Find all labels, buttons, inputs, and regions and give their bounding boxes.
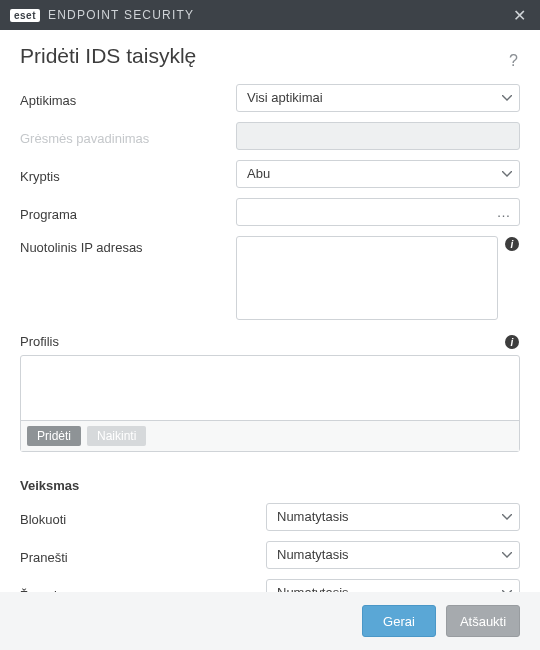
page-title: Pridėti IDS taisyklę <box>20 44 507 68</box>
footer: Gerai Atšaukti <box>0 592 540 650</box>
row-detection: Aptikimas Visi aptikimai <box>20 84 520 112</box>
titlebar: eset ENDPOINT SECURITY ✕ <box>0 0 540 30</box>
ok-button[interactable]: Gerai <box>362 605 436 637</box>
block-select[interactable]: Numatytasis <box>266 503 520 531</box>
dialog-content: Pridėti IDS taisyklę ? Aptikimas Visi ap… <box>0 30 540 633</box>
help-icon[interactable]: ? <box>507 52 520 70</box>
detection-select[interactable]: Visi aptikimai <box>236 84 520 112</box>
direction-select[interactable]: Abu <box>236 160 520 188</box>
row-block: Blokuoti Numatytasis <box>20 503 520 531</box>
row-direction: Kryptis Abu <box>20 160 520 188</box>
section-action: Veiksmas <box>20 478 520 493</box>
close-icon[interactable]: ✕ <box>509 6 531 25</box>
label-direction: Kryptis <box>20 165 236 184</box>
row-threat-name: Grėsmės pavadinimas <box>20 122 520 150</box>
label-profile: Profilis <box>20 334 498 349</box>
svg-text:i: i <box>511 239 514 250</box>
label-application: Programa <box>20 203 236 222</box>
browse-button[interactable]: … <box>492 200 516 224</box>
label-remote-ip: Nuotolinis IP adresas <box>20 236 236 255</box>
label-detection: Aptikimas <box>20 89 236 108</box>
add-button[interactable]: Pridėti <box>27 426 81 446</box>
label-notify: Pranešti <box>20 546 266 565</box>
svg-text:i: i <box>511 337 514 348</box>
row-application: Programa … <box>20 198 520 226</box>
info-icon[interactable]: i <box>504 236 520 252</box>
remote-ip-input[interactable] <box>236 236 498 320</box>
row-remote-ip: Nuotolinis IP adresas i <box>20 236 520 320</box>
notify-select[interactable]: Numatytasis <box>266 541 520 569</box>
threat-name-field <box>236 122 520 150</box>
label-threat-name: Grėsmės pavadinimas <box>20 127 236 146</box>
profile-box: Pridėti Naikinti <box>20 355 520 452</box>
delete-button: Naikinti <box>87 426 146 446</box>
profile-buttons: Pridėti Naikinti <box>21 420 519 451</box>
application-input[interactable] <box>236 198 520 226</box>
label-block: Blokuoti <box>20 508 266 527</box>
product-name: ENDPOINT SECURITY <box>48 8 194 22</box>
info-icon[interactable]: i <box>504 334 520 350</box>
profile-list[interactable] <box>21 356 519 420</box>
cancel-button[interactable]: Atšaukti <box>446 605 520 637</box>
row-notify: Pranešti Numatytasis <box>20 541 520 569</box>
brand-logo: eset <box>10 9 40 22</box>
